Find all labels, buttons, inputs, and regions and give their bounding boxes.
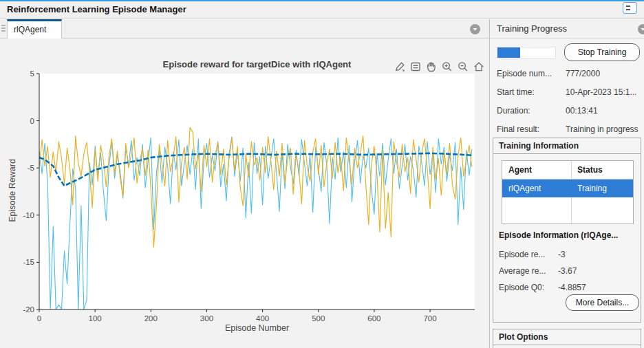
status-cell: Training bbox=[577, 184, 607, 193]
layout-button[interactable] bbox=[623, 2, 637, 14]
x-tick-label: 200 bbox=[144, 314, 158, 323]
datatips-icon[interactable] bbox=[409, 61, 422, 73]
column-header-agent: Agent bbox=[508, 165, 532, 175]
y-tick-label: -15 bbox=[23, 258, 34, 266]
final-result-value: Training in progress bbox=[566, 124, 638, 134]
x-tick-label: 300 bbox=[200, 314, 213, 323]
tab-label: rlQAgent bbox=[14, 25, 46, 34]
zoom-out-icon[interactable] bbox=[457, 61, 469, 73]
table-row-rlqagent-selected[interactable]: rlQAgent Training bbox=[502, 180, 633, 197]
training-progress-bar-fill bbox=[497, 47, 520, 58]
plot-options-section: Plot Options bbox=[493, 329, 641, 348]
document-tab-strip bbox=[0, 19, 489, 39]
x-tick-label: 600 bbox=[367, 314, 380, 323]
training-progress-title: Training Progress bbox=[497, 23, 567, 34]
average-reward-value: -3.67 bbox=[558, 266, 577, 276]
stop-training-button[interactable]: Stop Training bbox=[564, 43, 640, 61]
training-information-title: Training Information bbox=[493, 138, 641, 154]
y-tick-label: 5 bbox=[30, 69, 34, 78]
start-time-label: Start time: bbox=[497, 87, 535, 97]
zoom-in-icon[interactable] bbox=[441, 61, 453, 73]
duration-value: 00:13:41 bbox=[566, 106, 598, 116]
x-tick-label: 500 bbox=[312, 314, 325, 323]
tab-rlqagent[interactable]: rlQAgent bbox=[7, 19, 62, 39]
training-progress-bar bbox=[497, 47, 556, 58]
average-reward-label: Average re... bbox=[499, 266, 546, 276]
episode-information-title: Episode Information (rlQAge... bbox=[499, 230, 618, 240]
window-title: Reinforcement Learning Episode Manager bbox=[7, 4, 186, 14]
y-axis-label: Episode Reward bbox=[8, 149, 17, 232]
window-titlebar: Reinforcement Learning Episode Manager bbox=[0, 1, 644, 19]
column-header-status: Status bbox=[577, 165, 603, 175]
brush-icon[interactable] bbox=[394, 61, 406, 73]
pan-icon[interactable] bbox=[425, 61, 438, 73]
chart-panel-actions-button[interactable] bbox=[470, 24, 480, 34]
final-result-label: Final result: bbox=[497, 124, 539, 134]
plot-area[interactable] bbox=[39, 74, 475, 309]
episode-q0-value: -4.8857 bbox=[558, 283, 586, 292]
episode-reward-plot[interactable]: 010020030040050060070050-5-10-15-20 bbox=[0, 39, 489, 348]
axes-toolbar bbox=[394, 61, 485, 73]
layout-icon bbox=[626, 9, 630, 10]
x-tick-label: 100 bbox=[89, 314, 102, 323]
y-tick-label: 0 bbox=[30, 117, 34, 125]
x-tick-label: 0 bbox=[37, 314, 41, 323]
panel-grip-handle[interactable] bbox=[1, 23, 7, 34]
more-details-button[interactable]: More Details... bbox=[566, 294, 639, 311]
start-time-value: 10-Apr-2023 15:1... bbox=[566, 87, 636, 97]
figure-area: 010020030040050060070050-5-10-15-20 Epis… bbox=[0, 39, 489, 348]
agent-cell: rlQAgent bbox=[508, 184, 541, 193]
caret-down-icon bbox=[638, 24, 644, 34]
panel-actions-button[interactable] bbox=[638, 24, 644, 34]
episode-q0-label: Episode Q0: bbox=[499, 283, 544, 292]
episode-number-value: 777/2000 bbox=[566, 69, 600, 78]
duration-label: Duration: bbox=[497, 106, 530, 116]
x-tick-label: 700 bbox=[423, 314, 436, 323]
layout-icon bbox=[626, 6, 630, 7]
y-tick-label: -5 bbox=[28, 164, 34, 172]
y-tick-label: -20 bbox=[23, 305, 34, 314]
x-axis-label: Episode Number bbox=[39, 323, 475, 333]
agent-status-table: Agent Status rlQAgent Training bbox=[502, 160, 634, 224]
episode-reward-value: -3 bbox=[558, 250, 566, 259]
y-tick-label: -10 bbox=[23, 211, 34, 219]
restore-view-icon[interactable] bbox=[473, 61, 485, 73]
episode-reward-label: Episode re... bbox=[499, 250, 545, 259]
training-progress-header: Training Progress bbox=[490, 19, 644, 39]
caret-down-icon bbox=[470, 24, 480, 34]
plot-options-title: Plot Options bbox=[493, 329, 641, 345]
x-tick-label: 400 bbox=[256, 314, 269, 323]
table-header-row: Agent Status bbox=[502, 161, 633, 180]
episode-number-label: Episode num... bbox=[497, 69, 552, 78]
